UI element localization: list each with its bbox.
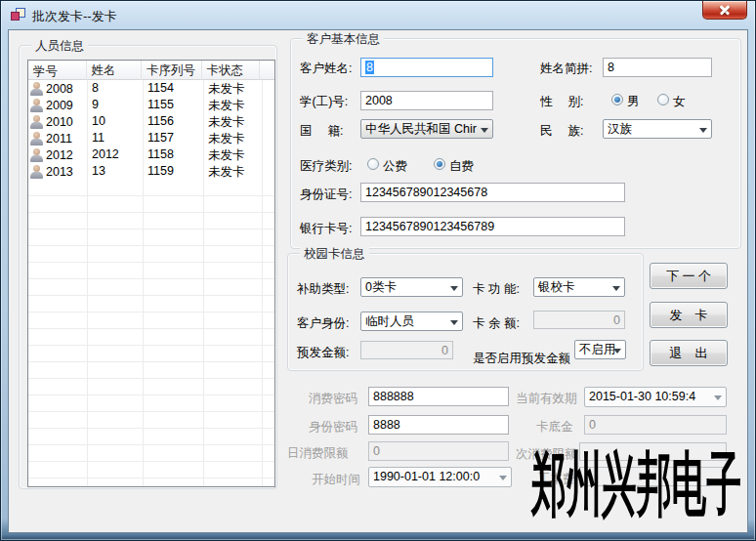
customer-identity-dropdown[interactable]: 临时人员 xyxy=(360,312,463,331)
id-card-label: 身份证号: xyxy=(300,187,352,203)
preissue-amount-input: 0 xyxy=(360,341,453,359)
bank-card-label: 银行卡号: xyxy=(300,221,352,237)
enable-preissue-label: 是否启用预发金额 xyxy=(473,351,570,367)
personnel-table[interactable]: 学号 姓名 卡序列号 卡状态 2008 8 1154 未发卡 2009 9 xyxy=(27,60,275,487)
customer-identity-label: 客户身份: xyxy=(297,315,349,332)
table-row[interactable]: 2009 9 1155 未发卡 xyxy=(28,97,274,113)
chevron-down-icon xyxy=(612,286,620,291)
preissue-amount-label: 预发金额: xyxy=(297,345,349,361)
identity-password-input[interactable]: 8888 xyxy=(368,415,509,435)
title-bar: 批次发卡--发卡 xyxy=(1,1,755,29)
chevron-down-icon xyxy=(499,476,507,480)
enable-preissue-dropdown[interactable]: 不启用 xyxy=(574,340,626,359)
bank-card-input[interactable]: 1234567890123456789 xyxy=(360,217,625,236)
vendor-watermark: 郑州兴邦电子 xyxy=(531,438,741,532)
person-icon xyxy=(30,115,43,129)
nationality-dropdown[interactable]: 中华人民共和国 Chir xyxy=(360,119,493,139)
consume-password-label: 消费密码 xyxy=(309,391,357,407)
chevron-down-icon xyxy=(450,320,458,325)
ethnic-label: 民 族: xyxy=(540,123,583,140)
chevron-down-icon xyxy=(613,349,621,354)
table-row[interactable]: 2013 13 1159 未发卡 xyxy=(28,163,274,180)
next-button[interactable]: 下 一 个 xyxy=(650,263,728,289)
card-deposit-input: 0 xyxy=(584,415,727,435)
card-balance-input: 0 xyxy=(533,311,625,329)
grid-horizontal-lines xyxy=(28,180,274,487)
gender-male-label: 男 xyxy=(627,94,640,110)
customer-name-input[interactable]: 8 xyxy=(360,58,493,77)
medical-self-radio[interactable] xyxy=(434,158,445,170)
card-deposit-label: 卡底金 xyxy=(536,419,573,436)
subsidy-type-label: 补助类型: xyxy=(297,281,349,298)
col-header-student-id[interactable]: 学号 xyxy=(28,61,87,80)
dialog-window: 批次发卡--发卡 人员信息 学号 姓名 卡序列号 卡状态 2008 8 1154 xyxy=(0,0,756,541)
medical-self-label: 自费 xyxy=(449,158,474,175)
nationality-label: 国 籍: xyxy=(300,123,343,140)
card-function-dropdown[interactable]: 银校卡 xyxy=(533,277,625,297)
personnel-group-title: 人员信息 xyxy=(31,38,88,55)
daily-limit-label: 日消费限额 xyxy=(287,445,349,462)
col-header-serial[interactable]: 卡序列号 xyxy=(142,61,202,80)
window-title: 批次发卡--发卡 xyxy=(32,8,117,25)
student-id-label: 学(工)号: xyxy=(300,94,348,110)
student-id-input[interactable]: 2008 xyxy=(360,91,493,110)
gender-label: 性 别: xyxy=(540,94,583,110)
person-icon xyxy=(30,132,43,146)
person-icon xyxy=(30,148,43,162)
gender-male-radio[interactable] xyxy=(611,94,623,105)
table-header[interactable]: 学号 姓名 卡序列号 卡状态 xyxy=(28,61,274,80)
dialog-client-area: 人员信息 学号 姓名 卡序列号 卡状态 2008 8 1154 未发卡 xyxy=(8,29,748,533)
gender-female-label: 女 xyxy=(673,94,686,110)
pinyin-input[interactable]: 8 xyxy=(603,58,712,77)
pinyin-label: 姓名简拼: xyxy=(540,61,592,77)
valid-period-label: 当前有效期 xyxy=(516,391,577,407)
card-function-label: 卡 功 能: xyxy=(473,281,520,298)
valid-period-picker[interactable]: 2015-01-30 10:59:4 xyxy=(584,387,727,407)
customer-group-title: 客户基本信息 xyxy=(303,31,384,48)
table-row[interactable]: 2010 10 1156 未发卡 xyxy=(28,113,274,130)
col-header-name[interactable]: 姓名 xyxy=(87,61,143,80)
table-row[interactable]: 2012 2012 1158 未发卡 xyxy=(28,146,274,163)
exit-button[interactable]: 退 出 xyxy=(650,340,728,366)
table-body: 2008 8 1154 未发卡 2009 9 1155 未发卡 2010 10 … xyxy=(28,80,274,487)
consume-password-input[interactable]: 888888 xyxy=(368,387,509,406)
issue-card-button[interactable]: 发 卡 xyxy=(650,302,728,328)
daily-limit-input: 0 xyxy=(368,441,509,461)
start-time-picker[interactable]: 1990-01-01 12:00:0 xyxy=(368,467,512,487)
person-icon xyxy=(30,165,43,179)
table-row[interactable]: 2008 8 1154 未发卡 xyxy=(28,80,274,97)
start-time-label: 开始时间 xyxy=(312,472,360,488)
chevron-down-icon xyxy=(450,286,458,291)
person-icon xyxy=(30,82,43,96)
chevron-down-icon xyxy=(699,128,707,133)
col-header-status[interactable]: 卡状态 xyxy=(202,61,261,80)
id-card-input[interactable]: 123456789012345678 xyxy=(360,183,625,202)
medical-public-label: 公费 xyxy=(383,158,407,175)
campus-group-title: 校园卡信息 xyxy=(300,246,369,263)
table-row[interactable]: 2011 11 1157 未发卡 xyxy=(28,130,274,146)
medical-type-label: 医疗类别: xyxy=(300,158,352,175)
ethnic-dropdown[interactable]: 汉族 xyxy=(603,119,712,139)
card-balance-label: 卡 余 额: xyxy=(473,315,520,332)
medical-public-radio[interactable] xyxy=(367,158,379,170)
gender-female-radio[interactable] xyxy=(657,94,669,105)
person-icon xyxy=(30,99,43,112)
identity-password-label: 身份密码 xyxy=(309,419,357,436)
customer-name-label: 客户姓名: xyxy=(300,61,352,77)
close-icon xyxy=(720,5,730,15)
chevron-down-icon xyxy=(481,128,488,133)
app-form-icon xyxy=(11,8,26,22)
subsidy-type-dropdown[interactable]: 0类卡 xyxy=(360,277,463,297)
close-button[interactable] xyxy=(702,1,747,20)
chevron-down-icon xyxy=(714,395,722,400)
